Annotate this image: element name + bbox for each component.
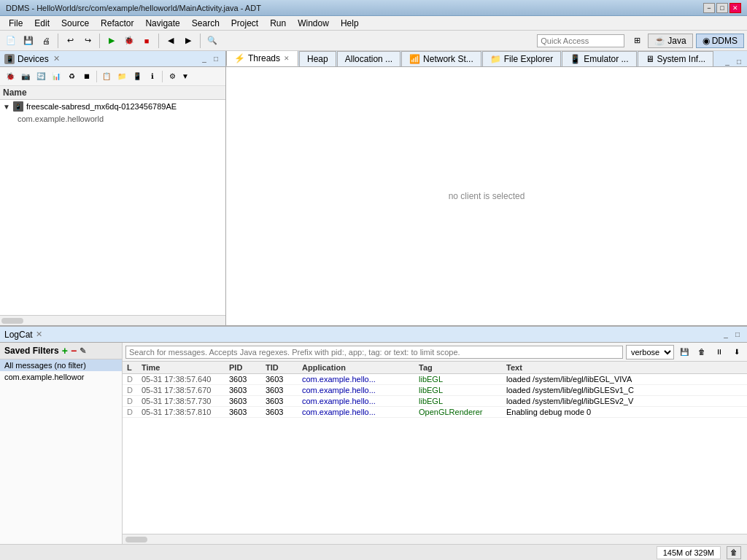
table-row[interactable]: D 05-31 17:38:57.640 3603 3603 com.examp… (123, 374, 747, 385)
cell-tid-2: 3603 (261, 397, 298, 405)
cell-app-3: com.example.hello... (298, 408, 414, 416)
run-button[interactable]: ▶ (104, 33, 120, 49)
more-button[interactable]: ▼ (180, 71, 190, 82)
forward-button[interactable]: ▶ (180, 33, 196, 49)
sysinfo-button[interactable]: ℹ (145, 69, 160, 84)
scroll-log-button[interactable]: ⬇ (729, 345, 744, 359)
tab-network[interactable]: 📶 Network St... (401, 51, 481, 66)
table-row[interactable]: D 05-31 17:38:57.670 3603 3603 com.examp… (123, 385, 747, 396)
pause-log-button[interactable]: ⏸ (712, 345, 727, 359)
quick-access-container (537, 34, 624, 47)
tab-sysinfo[interactable]: 🖥 System Inf... (638, 51, 714, 66)
devices-close-x: ✕ (53, 54, 60, 63)
file-explorer-tab-icon: 📁 (490, 54, 501, 64)
menu-help[interactable]: Help (335, 17, 365, 30)
maximize-button[interactable]: □ (716, 3, 728, 13)
filter-all-messages[interactable]: All messages (no filter) (0, 359, 122, 371)
threads-maximize-button[interactable]: □ (734, 56, 744, 66)
logcat-button[interactable]: 📋 (99, 69, 114, 84)
logcat-scroll-thumb[interactable] (125, 537, 147, 542)
verbose-select[interactable]: verbose debug info warn error (626, 345, 674, 359)
device-icon: 📱 (13, 101, 23, 112)
app-name: com.example.helloworld (18, 114, 104, 123)
cell-level-1: D (123, 386, 137, 394)
devices-maximize-button[interactable]: □ (211, 54, 221, 64)
cell-tid-3: 3603 (261, 408, 298, 416)
stop-button[interactable]: ■ (139, 33, 155, 49)
update-threads-button[interactable]: 🔄 (34, 69, 48, 84)
menu-search[interactable]: Search (186, 17, 225, 30)
logcat-main: verbose debug info warn error 💾 🗑 ⏸ ⬇ L … (123, 343, 747, 544)
tab-heap[interactable]: Heap (299, 51, 336, 66)
emulator-button[interactable]: 📱 (130, 69, 144, 84)
logcat-minimize-button[interactable]: _ (721, 330, 731, 340)
tab-threads[interactable]: ⚡ Threads ✕ (226, 51, 298, 66)
devices-minimize-button[interactable]: _ (199, 54, 209, 64)
logcat-toolbar: verbose debug info warn error 💾 🗑 ⏸ ⬇ (123, 343, 747, 362)
col-config-button[interactable]: ⚙ (165, 69, 179, 84)
menu-run[interactable]: Run (264, 17, 292, 30)
tab-file-explorer[interactable]: 📁 File Explorer (482, 51, 561, 66)
right-panels: ⚡ Threads ✕ Heap Allocation ... 📶 Networ… (226, 51, 747, 325)
device-row[interactable]: ▼ 📱 freescale-sabresd_mx6dq-0123456789AE (0, 100, 225, 113)
remove-filter-button[interactable]: − (71, 345, 77, 357)
col-text: Text (502, 363, 747, 372)
undo-button[interactable]: ↩ (62, 33, 78, 49)
devices-panel-title: Devices (18, 54, 49, 64)
cell-tid-1: 3603 (261, 386, 298, 394)
add-filter-button[interactable]: + (62, 345, 68, 357)
redo-button[interactable]: ↪ (80, 33, 96, 49)
col-time: Time (137, 363, 225, 372)
java-perspective-button[interactable]: ☕ Java (648, 34, 692, 48)
update-heap-button[interactable]: 📊 (49, 69, 63, 84)
threads-tab-close[interactable]: ✕ (283, 55, 290, 62)
save-button[interactable]: 💾 (20, 33, 36, 49)
toolbar-separator-3 (158, 34, 159, 48)
back-button[interactable]: ◀ (163, 33, 179, 49)
menu-edit[interactable]: Edit (28, 17, 55, 30)
debug-button[interactable]: 🐞 (121, 33, 137, 49)
print-button[interactable]: 🖨 (38, 33, 54, 49)
device-expand-arrow[interactable]: ▼ (3, 103, 10, 111)
window-controls: − □ ✕ (703, 3, 741, 13)
menu-navigate[interactable]: Navigate (139, 17, 185, 30)
menu-source[interactable]: Source (55, 17, 95, 30)
gc-button[interactable]: ♻ (64, 69, 79, 84)
logcat-maximize-button[interactable]: □ (732, 330, 743, 340)
ddms-perspective-button[interactable]: ◉ DDMS (696, 34, 744, 48)
debug-device-button[interactable]: 🐞 (3, 69, 18, 84)
table-row[interactable]: D 05-31 17:38:57.810 3603 3603 com.examp… (123, 407, 747, 418)
threads-minimize-button[interactable]: _ (722, 56, 732, 66)
tab-allocation[interactable]: Allocation ... (337, 51, 400, 66)
tab-emulator[interactable]: 📱 Emulator ... (562, 51, 636, 66)
open-perspective-button[interactable]: ⊞ (629, 33, 645, 49)
menu-file[interactable]: File (3, 17, 28, 30)
clear-log-button[interactable]: 🗑 (694, 345, 709, 359)
save-log-button[interactable]: 💾 (677, 345, 692, 359)
search-toolbar-button[interactable]: 🔍 (204, 33, 220, 49)
threads-tab-icon: ⚡ (234, 53, 245, 63)
edit-filter-button[interactable]: ✎ (80, 346, 86, 356)
menu-window[interactable]: Window (292, 17, 335, 30)
minimize-button[interactable]: − (703, 3, 715, 13)
app-row[interactable]: com.example.helloworld (0, 113, 225, 125)
file-explorer-button[interactable]: 📁 (115, 69, 129, 84)
table-row[interactable]: D 05-31 17:38:57.730 3603 3603 com.examp… (123, 396, 747, 407)
col-tid: TID (261, 363, 298, 372)
quick-access-input[interactable] (537, 34, 624, 47)
logcat-scrollbar[interactable] (123, 534, 747, 544)
close-button[interactable]: ✕ (729, 3, 741, 13)
cell-time-1: 05-31 17:38:57.670 (137, 386, 225, 394)
gc-status-button[interactable]: 🗑 (727, 546, 741, 559)
devices-scrollbar[interactable] (0, 315, 225, 325)
cell-app-1: com.example.hello... (298, 386, 414, 394)
logcat-search-input[interactable] (125, 346, 623, 359)
menu-project[interactable]: Project (225, 17, 264, 30)
network-tab-label: Network St... (423, 54, 473, 64)
new-button[interactable]: 📄 (3, 33, 19, 49)
screenshot-button[interactable]: 📷 (18, 69, 33, 84)
menu-refactor[interactable]: Refactor (95, 17, 139, 30)
scroll-thumb[interactable] (1, 318, 23, 324)
stop-proc-button[interactable]: ⏹ (80, 69, 94, 84)
filter-example-app[interactable]: com.example.hellowor (0, 371, 122, 383)
